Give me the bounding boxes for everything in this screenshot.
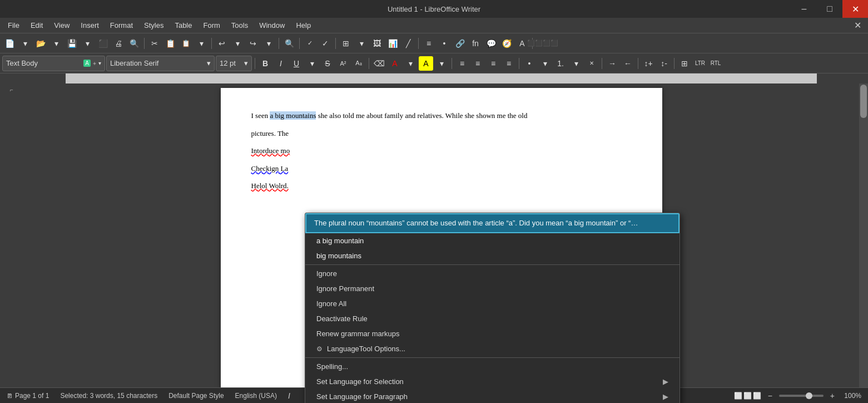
menu-form[interactable]: Form [197, 19, 225, 32]
autocorr-button[interactable]: ✓ [318, 36, 333, 51]
ctx-set-language-paragraph[interactable]: Set Language for Paragraph ▶ [305, 389, 679, 403]
scrollbar-thumb[interactable] [860, 85, 867, 118]
zoom-level[interactable]: 100% [841, 392, 861, 400]
footnote-button[interactable]: fn [468, 36, 483, 51]
insert-table-fmt[interactable]: ⊞ [677, 56, 692, 71]
table-dropdown[interactable]: ▾ [354, 36, 369, 51]
cut-button[interactable]: ✂ [147, 36, 162, 51]
ctx-suggestion-2[interactable]: big mountains [305, 248, 679, 263]
numbering-button[interactable]: ≡ [421, 36, 436, 51]
align-right-button[interactable]: ≡ [486, 56, 500, 71]
save-dropdown[interactable]: ▾ [80, 36, 95, 51]
menu-tools[interactable]: Tools [226, 19, 254, 32]
superscript-button[interactable]: A² [336, 56, 350, 71]
close-document-button[interactable]: ✕ [850, 18, 866, 33]
ctx-suggestion-1[interactable]: a big mountain [305, 233, 679, 248]
comment-button[interactable]: 💬 [484, 36, 498, 51]
view-layout-buttons[interactable]: ⬜ ⬜ ⬜ [734, 392, 761, 400]
rtl-button[interactable]: RTL [708, 56, 723, 71]
list-unordered-dropdown[interactable]: ▾ [538, 56, 552, 71]
draw-button[interactable]: ╱ [401, 36, 415, 51]
maximize-button[interactable]: □ [817, 0, 842, 18]
align-left-button[interactable]: ≡ [455, 56, 469, 71]
ctx-ignore-permanent[interactable]: Ignore Permanent [305, 281, 679, 296]
undo-dropdown[interactable]: ▾ [230, 36, 245, 51]
ctx-ignore-all[interactable]: Ignore All [305, 296, 679, 311]
list-off-button[interactable]: ✕ [584, 56, 599, 71]
clear-format-button[interactable]: ⌫ [372, 56, 386, 71]
print-button[interactable]: 🖨 [111, 36, 126, 51]
align-center-button[interactable]: ≡ [470, 56, 485, 71]
ctx-renew-grammar[interactable]: Renew grammar markups [305, 326, 679, 341]
increase-para-spacing[interactable]: ↕+ [641, 56, 656, 71]
menu-table[interactable]: Table [169, 19, 197, 32]
pdf-button[interactable]: ⬛ [96, 36, 110, 51]
menu-styles[interactable]: Styles [138, 19, 169, 32]
list-unordered-button[interactable]: • [522, 56, 537, 71]
underline-button[interactable]: U [289, 56, 304, 71]
align-justify-button[interactable]: ≡ [502, 56, 516, 71]
close-button[interactable]: ✕ [842, 0, 868, 18]
view-web-icon[interactable]: ⬜ [743, 392, 752, 400]
ltr-button[interactable]: LTR [693, 56, 707, 71]
menu-format[interactable]: Format [105, 19, 138, 32]
font-selector[interactable]: Liberation Serif ▾ [106, 56, 215, 71]
ctx-set-language-selection[interactable]: Set Language for Selection ▶ [305, 374, 679, 389]
spell-button[interactable]: ✓ [302, 36, 317, 51]
ctx-ignore[interactable]: Ignore [305, 266, 679, 281]
view-normal-icon[interactable]: ⬜ [734, 392, 742, 400]
undo-button[interactable]: ↩ [215, 36, 229, 51]
navigator-button[interactable]: 🧭 [499, 36, 514, 51]
menu-insert[interactable]: Insert [75, 19, 105, 32]
zoom-slider[interactable] [779, 395, 824, 397]
font-size-selector[interactable]: 12 pt ▾ [216, 56, 252, 71]
paste-button[interactable]: 📋 [178, 36, 193, 51]
strikethrough-button[interactable]: S [320, 56, 335, 71]
menu-file[interactable]: File [2, 19, 25, 32]
ctx-deactivate-rule[interactable]: Deactivate Rule [305, 311, 679, 326]
new-dropdown[interactable]: ▾ [18, 36, 32, 51]
decrease-para-spacing[interactable]: ↕- [657, 56, 671, 71]
redo-dropdown[interactable]: ▾ [261, 36, 276, 51]
paste-dropdown[interactable]: ▾ [194, 36, 209, 51]
highlight-button[interactable]: A [419, 56, 433, 71]
new-button[interactable]: 📄 [2, 36, 17, 51]
copy-button[interactable]: 📋 [163, 36, 177, 51]
italic-button[interactable]: I [274, 56, 288, 71]
zoom-thumb[interactable] [806, 392, 812, 399]
table-button[interactable]: ⊞ [339, 36, 353, 51]
status-language[interactable]: English (USA) [235, 392, 277, 400]
highlight-dropdown[interactable]: ▾ [434, 56, 449, 71]
redo-button[interactable]: ↪ [246, 36, 260, 51]
ctx-languagetool-options[interactable]: ⚙ LanguageTool Options... [305, 341, 679, 356]
chart-button[interactable]: 📊 [385, 36, 400, 51]
status-page-style[interactable]: Default Page Style [168, 392, 224, 400]
view-book-icon[interactable]: ⬜ [753, 392, 761, 400]
zoom-out-button[interactable]: − [768, 391, 772, 400]
more-buttons[interactable]: ⬛⬛⬛⬛ [535, 36, 550, 51]
ctx-spelling[interactable]: Spelling... [305, 359, 679, 374]
find-button[interactable]: 🔍 [282, 36, 296, 51]
decrease-indent-button[interactable]: ← [621, 56, 635, 71]
hyperlink-button[interactable]: 🔗 [453, 36, 467, 51]
style-selector[interactable]: Text Body A ＋ ▾ [2, 56, 105, 71]
minimize-button[interactable]: – [791, 0, 817, 18]
fontcolor-button[interactable]: A [388, 56, 402, 71]
subscript-button[interactable]: A₂ [351, 56, 366, 71]
zoom-in-button[interactable]: + [830, 391, 835, 400]
open-dropdown[interactable]: ▾ [49, 36, 63, 51]
open-button[interactable]: 📂 [33, 36, 48, 51]
bold-button[interactable]: B [258, 56, 272, 71]
menu-window[interactable]: Window [254, 19, 290, 32]
menu-help[interactable]: Help [290, 19, 316, 32]
preview-button[interactable]: 🔍 [127, 36, 141, 51]
bullets-button[interactable]: • [437, 36, 452, 51]
menu-view[interactable]: View [48, 19, 75, 32]
list-ordered-button[interactable]: 1. [553, 56, 568, 71]
fontcolor-dropdown[interactable]: ▾ [403, 56, 418, 71]
save-button[interactable]: 💾 [65, 36, 79, 51]
menu-edit[interactable]: Edit [25, 19, 48, 32]
vertical-scrollbar[interactable] [859, 83, 868, 387]
list-ordered-dropdown[interactable]: ▾ [569, 56, 583, 71]
underline-dropdown[interactable]: ▾ [305, 56, 319, 71]
